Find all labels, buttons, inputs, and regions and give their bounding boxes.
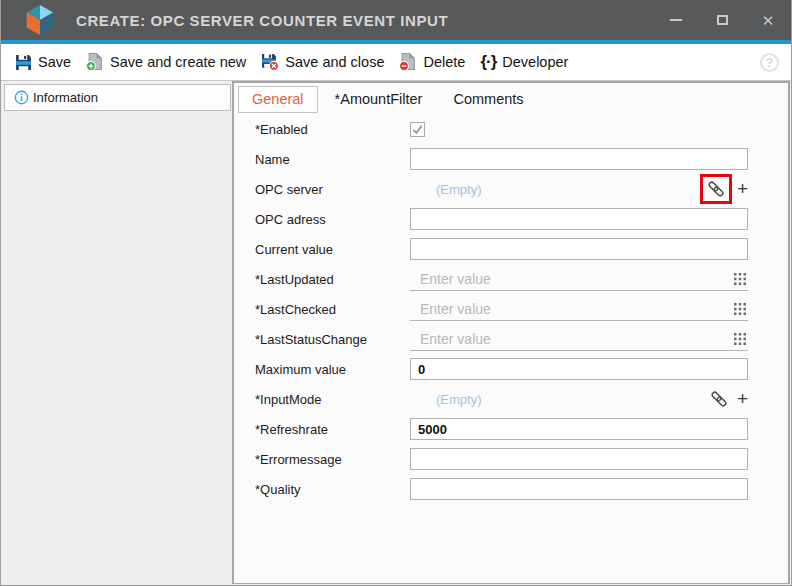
toolbar: Save Save and create new Save an [1, 44, 791, 81]
field-label-name: Name [255, 152, 410, 167]
inputmode-link-button[interactable] [706, 386, 732, 412]
tab-comments[interactable]: Comments [439, 86, 537, 113]
sidebar-item-information[interactable]: Information [4, 84, 231, 111]
form-row-refreshrate: *Refreshrate [255, 414, 788, 444]
save-and-close-button[interactable]: Save and close [255, 49, 393, 75]
form-row-lastchecked: *LastChecked [255, 294, 788, 324]
save-button[interactable]: Save [9, 50, 80, 75]
lastupdated-input[interactable] [410, 271, 734, 287]
form-row-errormessage: *Errormessage [255, 444, 788, 474]
minimize-button[interactable] [653, 0, 699, 40]
grid-picker-icon [734, 303, 746, 315]
field-label-errormessage: *Errormessage [255, 452, 410, 467]
save-icon [15, 54, 32, 71]
developer-button[interactable]: {·} Developer [474, 48, 577, 76]
dialog-window: CREATE: OPC SERVER COUNTER EVENT INPUT ✕… [0, 0, 792, 586]
form-row-quality: *Quality [255, 474, 788, 504]
lastchecked-picker-button[interactable] [734, 303, 746, 315]
lastupdated-date-field [410, 268, 748, 291]
inputmode-value: (Empty) [410, 392, 706, 407]
field-control-lastchecked [410, 298, 748, 321]
save-create-new-icon [86, 53, 104, 71]
inputmode-reference-field: (Empty)+ [410, 386, 748, 412]
opc-server-add-button[interactable]: + [737, 179, 748, 200]
tab-amountfilter[interactable]: *AmountFilter [321, 86, 437, 113]
developer-label: Developer [502, 54, 568, 70]
field-label-laststatuschange: *LastStatusChange [255, 332, 410, 347]
grid-picker-icon [734, 333, 746, 345]
form-row-opc-adress: OPC adress [255, 204, 788, 234]
maximize-icon [717, 15, 728, 25]
grid-picker-icon [734, 273, 746, 285]
enabled-checkbox[interactable] [410, 122, 425, 137]
maximize-button[interactable] [699, 0, 745, 40]
laststatuschange-date-field [410, 328, 748, 351]
field-control-name [410, 148, 748, 170]
title-bar: CREATE: OPC SERVER COUNTER EVENT INPUT ✕ [1, 0, 791, 40]
inputmode-add-button[interactable]: + [737, 389, 748, 410]
field-control-maximum-value [410, 358, 748, 380]
help-button[interactable]: ? [760, 53, 779, 72]
save-and-create-new-label: Save and create new [110, 54, 246, 70]
info-icon [14, 90, 29, 105]
laststatuschange-input[interactable] [410, 331, 734, 347]
field-control-opc-adress [410, 208, 748, 230]
field-label-refreshrate: *Refreshrate [255, 422, 410, 437]
opc-server-reference-field: (Empty)+ [410, 178, 748, 200]
developer-braces-icon: {·} [480, 52, 496, 72]
name-input[interactable] [410, 148, 748, 170]
save-label: Save [38, 54, 71, 70]
field-control-refreshrate [410, 418, 748, 440]
field-control-opc-server: (Empty)+ [410, 178, 748, 200]
content-panel: General *AmountFilter Comments *EnabledN… [232, 81, 790, 584]
field-control-lastupdated [410, 268, 748, 291]
tab-general[interactable]: General [238, 86, 318, 113]
laststatuschange-picker-button[interactable] [734, 333, 746, 345]
field-label-opc-adress: OPC adress [255, 212, 410, 227]
maximum-value-input[interactable] [410, 358, 748, 380]
checkmark-icon [411, 123, 424, 136]
window-controls: ✕ [653, 0, 791, 40]
refreshrate-input[interactable] [410, 418, 748, 440]
lastchecked-input[interactable] [410, 301, 734, 317]
field-control-errormessage [410, 448, 748, 470]
close-button[interactable]: ✕ [745, 0, 791, 40]
lastupdated-picker-button[interactable] [734, 273, 746, 285]
inputmode-actions: + [706, 386, 748, 412]
save-close-icon [261, 53, 279, 71]
main-area: Information General *AmountFilter Commen… [1, 81, 791, 585]
sidebar: Information [1, 81, 232, 585]
form-row-enabled: *Enabled [255, 114, 788, 144]
form-row-current-value: Current value [255, 234, 788, 264]
form-row-name: Name [255, 144, 788, 174]
field-label-lastchecked: *LastChecked [255, 302, 410, 317]
form-row-maximum-value: Maximum value [255, 354, 788, 384]
close-icon: ✕ [762, 13, 775, 28]
field-control-quality [410, 478, 748, 500]
delete-button[interactable]: Delete [393, 49, 474, 75]
field-label-inputmode: *InputMode [255, 392, 410, 407]
opc-server-actions: + [700, 178, 748, 200]
field-label-quality: *Quality [255, 482, 410, 497]
opc-server-link-button-highlighted[interactable] [700, 174, 732, 204]
field-control-laststatuschange [410, 328, 748, 351]
lastchecked-date-field [410, 298, 748, 321]
field-label-current-value: Current value [255, 242, 410, 257]
window-title: CREATE: OPC SERVER COUNTER EVENT INPUT [76, 12, 448, 29]
current-value-input[interactable] [410, 238, 748, 260]
form-row-inputmode: *InputMode(Empty)+ [255, 384, 788, 414]
field-control-current-value [410, 238, 748, 260]
opc-server-value: (Empty) [410, 182, 700, 197]
link-icon [711, 391, 727, 407]
sidebar-item-label: Information [33, 90, 98, 105]
opc-adress-input[interactable] [410, 208, 748, 230]
errormessage-input[interactable] [410, 448, 748, 470]
field-control-enabled [410, 122, 748, 137]
save-and-create-new-button[interactable]: Save and create new [80, 49, 255, 75]
quality-input[interactable] [410, 478, 748, 500]
form-row-laststatuschange: *LastStatusChange [255, 324, 788, 354]
field-label-opc-server: OPC server [255, 182, 410, 197]
field-label-lastupdated: *LastUpdated [255, 272, 410, 287]
delete-icon [399, 53, 417, 71]
help-icon: ? [766, 56, 773, 70]
